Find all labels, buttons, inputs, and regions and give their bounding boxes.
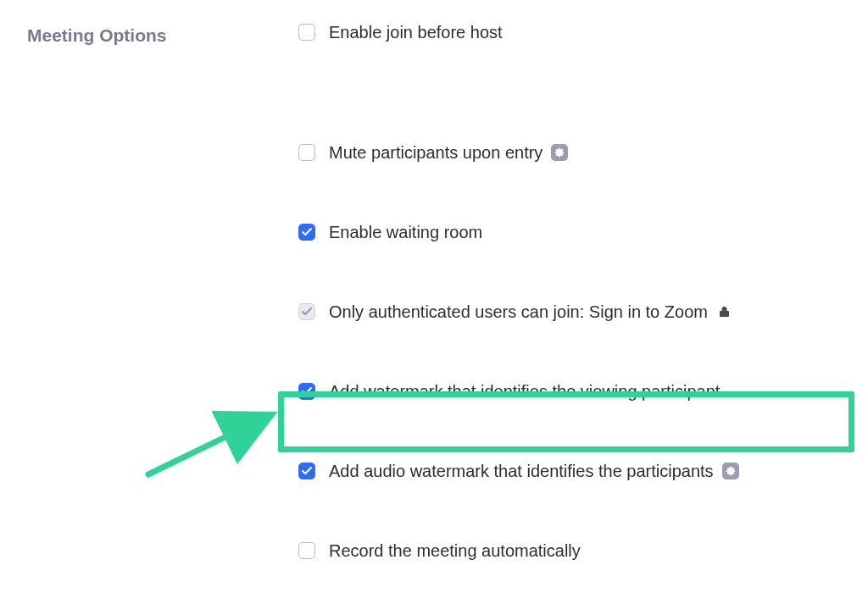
option-waiting-room[interactable]: Enable waiting room [298,222,841,242]
checkbox-unchecked-icon[interactable] [298,24,315,41]
option-audio-watermark[interactable]: Add audio watermark that identifies the … [298,461,841,481]
checkbox-checked-icon[interactable] [298,383,315,400]
option-label: Mute participants upon entry [329,142,542,163]
option-label: Only authenticated users can join: Sign … [329,302,708,322]
checkbox-checked-icon[interactable] [298,224,315,241]
checkbox-unchecked-icon[interactable] [298,542,315,559]
option-video-watermark[interactable]: Add watermark that identifies the viewin… [298,381,841,402]
option-label: Add watermark that identifies the viewin… [329,381,720,402]
option-auto-record[interactable]: Record the meeting automatically [298,540,841,561]
info-badge-icon[interactable] [551,144,568,161]
checkbox-unchecked-icon[interactable] [298,144,315,161]
checkbox-locked-icon [298,303,315,320]
section-title: Meeting Options [27,22,298,604]
meeting-options-list: Enable join before host Mute participant… [298,22,841,604]
option-label: Enable waiting room [329,222,482,242]
option-authenticated-only: Only authenticated users can join: Sign … [298,302,841,322]
option-mute-on-entry[interactable]: Mute participants upon entry [298,142,841,163]
option-label: Enable join before host [329,22,503,42]
option-label: Record the meeting automatically [329,540,581,561]
option-label: Add audio watermark that identifies the … [329,461,714,481]
info-badge-icon[interactable] [722,463,739,479]
lock-icon [720,306,729,318]
checkbox-checked-icon[interactable] [298,463,315,479]
option-join-before-host[interactable]: Enable join before host [298,22,841,42]
